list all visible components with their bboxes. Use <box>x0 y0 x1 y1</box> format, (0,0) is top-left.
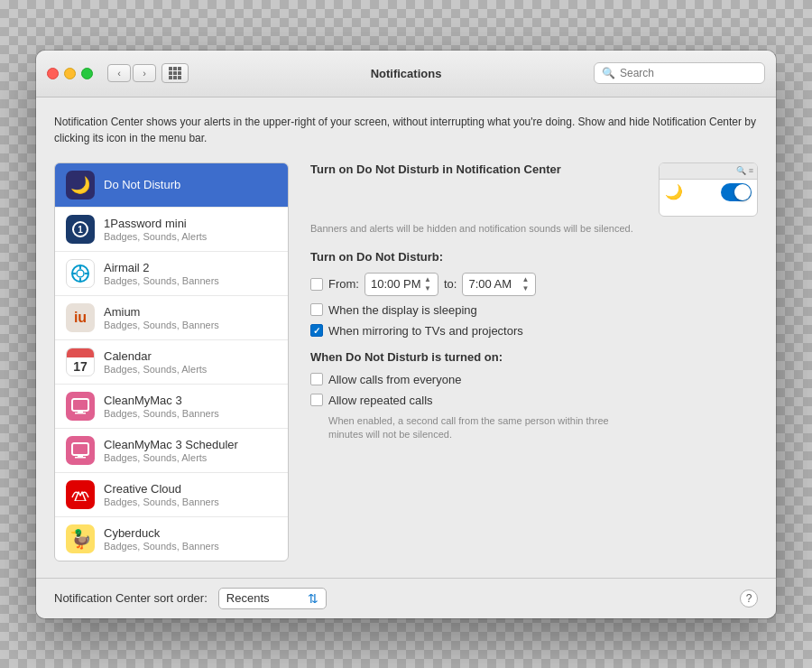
dnd-preview: 🔍 ≡ 🌙 <box>659 162 758 217</box>
cyberduck-sub: Badges, Sounds, Banners <box>104 541 277 552</box>
cleanmymac-sched-icon <box>66 436 95 465</box>
to-time-down[interactable]: ▼ <box>521 284 531 293</box>
preview-body: 🌙 <box>660 180 757 205</box>
display-sleeping-row: When the display is sleeping <box>310 303 758 317</box>
main-area: 🌙 Do Not Disturb 1 1Password mini <box>54 162 758 561</box>
creative-cloud-label: Creative Cloud <box>104 482 277 496</box>
allow-repeated-label: Allow repeated calls <box>328 394 433 407</box>
dnd-title-block: Turn on Do Not Disturb in Notification C… <box>310 162 648 180</box>
time-group: From: 10:00 PM ▲ ▼ to: 7:00 AM <box>328 273 536 296</box>
to-time-input[interactable]: 7:00 AM ▲ ▼ <box>462 273 536 296</box>
preview-toggle[interactable] <box>721 183 752 201</box>
when-on-title: When Do Not Disturb is turned on: <box>310 350 758 364</box>
svg-rect-10 <box>75 413 86 414</box>
airmail-text: Airmail 2 Badges, Sounds, Banners <box>104 261 277 286</box>
cleanmymac-sub: Badges, Sounds, Banners <box>104 408 277 419</box>
bottom-bar: Notification Center sort order: Recents … <box>36 578 776 618</box>
airmail-icon <box>66 259 95 288</box>
from-to-row: From: 10:00 PM ▲ ▼ to: 7:00 AM <box>310 273 758 296</box>
cleanmymac-text: CleanMyMac 3 Badges, Sounds, Banners <box>104 394 277 419</box>
cleanmymac-sched-label: CleanMyMac 3 Scheduler <box>104 438 277 451</box>
toggle-knob <box>734 184 751 200</box>
dnd-text: Do Not Disturb <box>104 178 277 191</box>
preview-search-icon: 🔍 <box>736 166 746 175</box>
amium-label: Amium <box>104 305 277 319</box>
dropdown-value: Recents <box>226 591 270 605</box>
1password-text: 1Password mini Badges, Sounds, Alerts <box>104 217 277 242</box>
dnd-options-title: Turn on Do Not Disturb: <box>310 250 758 264</box>
dnd-header: Turn on Do Not Disturb in Notification C… <box>310 162 758 217</box>
display-sleeping-checkbox[interactable] <box>310 303 323 316</box>
sort-order-dropdown[interactable]: Recents ⇅ <box>218 588 327 609</box>
calendar-label: Calendar <box>104 349 277 363</box>
sidebar-item-airmail[interactable]: Airmail 2 Badges, Sounds, Banners <box>55 252 288 296</box>
creative-cloud-sub: Badges, Sounds, Banners <box>104 496 277 507</box>
from-time-input[interactable]: 10:00 PM ▲ ▼ <box>364 273 438 296</box>
cyberduck-text: Cyberduck Badges, Sounds, Banners <box>104 526 277 552</box>
sidebar-item-cleanmymac-sched[interactable]: CleanMyMac 3 Scheduler Badges, Sounds, A… <box>55 429 288 473</box>
svg-rect-13 <box>75 457 86 459</box>
to-label: to: <box>444 277 457 291</box>
svg-rect-12 <box>78 455 83 457</box>
cleanmymac-label: CleanMyMac 3 <box>104 394 277 407</box>
airmail-label: Airmail 2 <box>104 261 277 274</box>
minimize-button[interactable] <box>64 68 76 79</box>
sidebar-item-dnd[interactable]: 🌙 Do Not Disturb <box>55 163 288 208</box>
dnd-section-title: Turn on Do Not Disturb in Notification C… <box>310 162 648 176</box>
dropdown-arrows-icon: ⇅ <box>308 591 318 606</box>
nav-buttons: ‹ › <box>107 64 156 82</box>
cleanmymac-sched-sub: Badges, Sounds, Alerts <box>104 452 277 463</box>
from-time-spinners: ▲ ▼ <box>423 275 432 293</box>
forward-button[interactable]: › <box>133 64 156 82</box>
svg-rect-11 <box>72 443 88 455</box>
to-time-up[interactable]: ▲ <box>521 275 531 284</box>
titlebar: ‹ › Notifications 🔍 <box>36 51 776 97</box>
from-checkbox[interactable] <box>310 278 323 291</box>
svg-rect-9 <box>78 411 83 413</box>
allow-calls-label: Allow calls from everyone <box>328 373 461 386</box>
dnd-label: Do Not Disturb <box>104 178 277 191</box>
preview-list-icon: ≡ <box>749 166 753 175</box>
creative-cloud-text: Creative Cloud Badges, Sounds, Banners <box>104 482 277 507</box>
1password-label: 1Password mini <box>104 217 277 230</box>
right-panel: Turn on Do Not Disturb in Notification C… <box>289 162 758 561</box>
allow-calls-row: Allow calls from everyone <box>310 373 758 386</box>
allow-repeated-row: Allow repeated calls <box>310 394 758 407</box>
calendar-sub: Badges, Sounds, Alerts <box>104 364 277 375</box>
display-sleeping-label: When the display is sleeping <box>328 303 477 317</box>
creative-cloud-icon <box>66 480 95 509</box>
maximize-button[interactable] <box>81 68 93 79</box>
preview-toolbar: 🔍 ≡ <box>660 163 757 180</box>
close-button[interactable] <box>47 68 59 79</box>
allow-calls-checkbox[interactable] <box>310 373 323 385</box>
from-time-up[interactable]: ▲ <box>423 275 432 284</box>
from-time-value: 10:00 PM <box>371 277 421 291</box>
sidebar-item-amium[interactable]: iu Amium Badges, Sounds, Banners <box>55 296 288 340</box>
from-label: From: <box>328 277 359 291</box>
from-time-down[interactable]: ▼ <box>423 284 432 293</box>
sidebar-item-cyberduck[interactable]: 🦆 Cyberduck Badges, Sounds, Banners <box>55 517 288 561</box>
sidebar-item-calendar[interactable]: 17 Calendar Badges, Sounds, Alerts <box>55 340 288 385</box>
help-button[interactable]: ? <box>740 589 758 608</box>
search-input[interactable] <box>620 67 757 79</box>
sidebar-item-1password[interactable]: 1 1Password mini Badges, Sounds, Alerts <box>55 208 288 252</box>
sidebar-item-cleanmymac[interactable]: CleanMyMac 3 Badges, Sounds, Banners <box>55 385 288 429</box>
grid-icon <box>169 67 181 79</box>
preview-moon-icon: 🌙 <box>665 183 683 200</box>
help-label: ? <box>746 592 752 605</box>
sidebar-item-creative-cloud[interactable]: Creative Cloud Badges, Sounds, Banners <box>55 473 288 517</box>
calendar-text: Calendar Badges, Sounds, Alerts <box>104 349 277 375</box>
mirroring-checkbox[interactable] <box>310 324 323 337</box>
grid-view-button[interactable] <box>161 63 189 83</box>
amium-sub: Badges, Sounds, Banners <box>104 320 277 330</box>
allow-repeated-checkbox[interactable] <box>310 394 323 406</box>
mirroring-label: When mirroring to TVs and projectors <box>328 324 523 338</box>
to-time-value: 7:00 AM <box>468 277 512 291</box>
1password-icon: 1 <box>66 215 95 244</box>
dnd-icon: 🌙 <box>66 171 95 199</box>
back-button[interactable]: ‹ <box>107 64 131 82</box>
window-title: Notifications <box>371 67 442 80</box>
search-box[interactable]: 🔍 <box>594 62 765 84</box>
preferences-window: ‹ › Notifications 🔍 Notification Center … <box>36 51 776 618</box>
airmail-sub: Badges, Sounds, Banners <box>104 275 277 286</box>
